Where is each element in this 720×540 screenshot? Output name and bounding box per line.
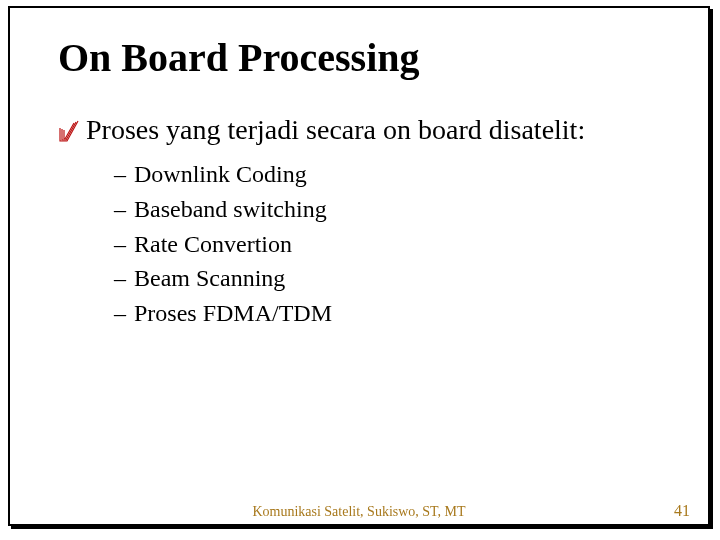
list-item: – Beam Scanning bbox=[114, 261, 660, 296]
lead-text: Proses yang terjadi secara on board disa… bbox=[86, 112, 585, 147]
slide-title: On Board Processing bbox=[58, 36, 660, 80]
list-item: – Baseband switching bbox=[114, 192, 660, 227]
list-item-label: Proses FDMA/TDM bbox=[134, 300, 332, 326]
checkmark-icon bbox=[58, 118, 80, 142]
list-item-label: Downlink Coding bbox=[134, 161, 307, 187]
footer-text: Komunikasi Satelit, Sukiswo, ST, MT bbox=[10, 504, 708, 520]
lead-bullet: Proses yang terjadi secara on board disa… bbox=[58, 112, 660, 147]
page-number: 41 bbox=[674, 502, 690, 520]
list-item-label: Beam Scanning bbox=[134, 265, 285, 291]
list-item: – Rate Convertion bbox=[114, 227, 660, 262]
list-item: – Downlink Coding bbox=[114, 157, 660, 192]
list-item-label: Baseband switching bbox=[134, 196, 327, 222]
list-item: – Proses FDMA/TDM bbox=[114, 296, 660, 331]
slide: On Board Processing Proses yang terjadi … bbox=[0, 0, 720, 540]
sub-list: – Downlink Coding – Baseband switching –… bbox=[114, 157, 660, 331]
slide-frame: On Board Processing Proses yang terjadi … bbox=[8, 6, 710, 526]
list-item-label: Rate Convertion bbox=[134, 231, 292, 257]
